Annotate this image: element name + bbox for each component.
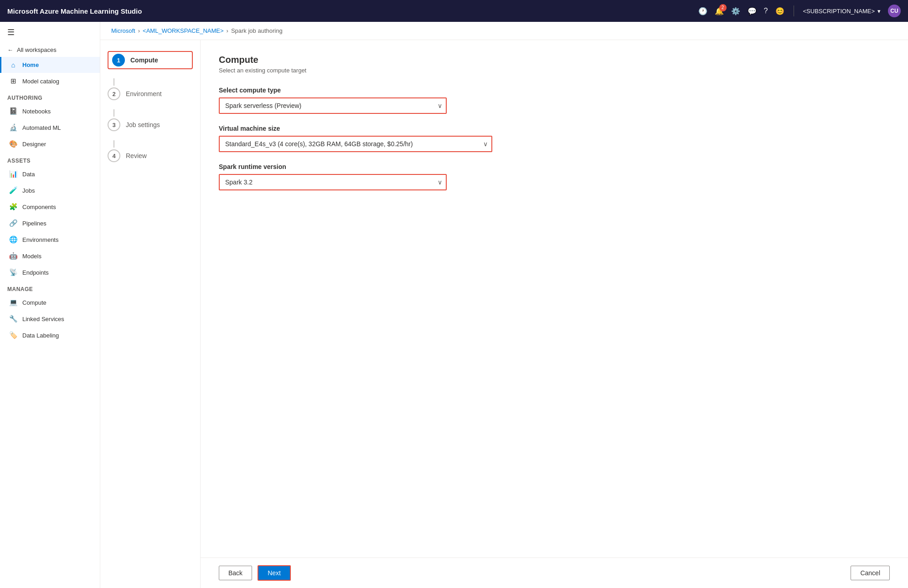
wizard-step-4: 4 Review [108, 149, 193, 162]
compute-type-select[interactable]: Spark serverless (Preview) [219, 97, 447, 114]
breadcrumb-sep-2: › [227, 27, 228, 34]
wizard-sidebar: 1 Compute 2 Environment 3 Job settings [100, 40, 201, 588]
spark-runtime-select[interactable]: Spark 3.2 [219, 174, 447, 190]
spark-runtime-select-wrapper: Spark 3.2 ∨ [219, 174, 447, 190]
hamburger-icon[interactable]: ☰ [0, 22, 100, 43]
history-icon[interactable]: 🕐 [698, 7, 707, 15]
topbar-divider [794, 5, 794, 16]
models-icon: 🤖 [9, 252, 18, 260]
compute-icon: 💻 [9, 298, 18, 307]
back-button[interactable]: Back [219, 566, 252, 580]
wizard-connector-1 [114, 78, 114, 86]
environments-icon: 🌐 [9, 235, 18, 244]
section-manage: Manage [0, 281, 100, 294]
automated-ml-icon: 🔬 [9, 123, 18, 132]
vm-size-select-wrapper: Standard_E4s_v3 (4 core(s), 32GB RAM, 64… [219, 136, 492, 152]
endpoints-icon: 📡 [9, 268, 18, 276]
user-icon[interactable]: 😊 [775, 7, 784, 15]
account-name[interactable]: <SUBSCRIPTION_NAME> ▾ [803, 8, 881, 15]
account-chevron-icon: ▾ [877, 8, 881, 15]
wizard-step-2: 2 Environment [108, 87, 193, 100]
back-arrow-icon: ← [7, 46, 13, 53]
all-workspaces-link[interactable]: ← All workspaces [0, 43, 100, 57]
pipelines-icon: 🔗 [9, 219, 18, 227]
content-area: 1 Compute 2 Environment 3 Job settings [100, 40, 908, 588]
wizard-connector-2 [114, 109, 114, 117]
wizard-step-4-label: Review [126, 152, 147, 159]
breadcrumb-microsoft[interactable]: Microsoft [111, 27, 135, 34]
next-button[interactable]: Next [258, 565, 291, 581]
sidebar-item-pipelines[interactable]: 🔗 Pipelines [0, 215, 100, 231]
vm-size-label: Virtual machine size [219, 125, 890, 132]
section-assets: Assets [0, 152, 100, 166]
sidebar-item-environments[interactable]: 🌐 Environments [0, 231, 100, 248]
vm-size-select[interactable]: Standard_E4s_v3 (4 core(s), 32GB RAM, 64… [219, 136, 492, 152]
wizard-step-4-number: 4 [108, 149, 120, 162]
compute-type-label: Select compute type [219, 87, 890, 94]
wizard-step-1: 1 Compute [108, 51, 193, 69]
app-title: Microsoft Azure Machine Learning Studio [7, 7, 693, 15]
model-catalog-icon: ⊞ [9, 77, 18, 85]
wizard-step-3: 3 Job settings [108, 118, 193, 131]
topbar: Microsoft Azure Machine Learning Studio … [0, 0, 908, 22]
form-subtitle: Select an existing compute target [219, 67, 890, 74]
breadcrumb-workspace[interactable]: <AML_WORKSPACE_NAME> [143, 27, 223, 34]
compute-type-select-wrapper: Spark serverless (Preview) ∨ [219, 97, 447, 114]
wizard-step-3-label: Job settings [126, 121, 160, 128]
main: Microsoft › <AML_WORKSPACE_NAME> › Spark… [100, 22, 908, 588]
help-icon[interactable]: ? [764, 7, 768, 15]
wizard-step-2-label: Environment [126, 90, 162, 97]
form-area: Compute Select an existing compute targe… [201, 40, 908, 588]
wizard-step-2-number: 2 [108, 87, 120, 100]
sidebar-item-model-catalog[interactable]: ⊞ Model catalog [0, 73, 100, 89]
spark-runtime-field: Spark runtime version Spark 3.2 ∨ [219, 163, 890, 190]
topbar-icons: 🕐 🔔 2 ⚙️ 💬 ? 😊 <SUBSCRIPTION_NAME> ▾ CU [698, 5, 901, 17]
wizard-step-3-number: 3 [108, 118, 120, 131]
form-content: Compute Select an existing compute targe… [201, 40, 908, 557]
sidebar-item-jobs[interactable]: 🧪 Jobs [0, 182, 100, 199]
settings-icon[interactable]: ⚙️ [731, 7, 740, 15]
sidebar-item-data[interactable]: 📊 Data [0, 166, 100, 182]
jobs-icon: 🧪 [9, 186, 18, 194]
linked-services-icon: 🔧 [9, 315, 18, 323]
wizard-step-1-label: Compute [130, 56, 158, 64]
sidebar-item-home[interactable]: ⌂ Home [0, 57, 100, 73]
feedback-icon[interactable]: 💬 [748, 7, 757, 15]
notebooks-icon: 📓 [9, 107, 18, 115]
sidebar-item-compute[interactable]: 💻 Compute [0, 294, 100, 311]
breadcrumb-current: Spark job authoring [231, 27, 283, 34]
compute-type-field: Select compute type Spark serverless (Pr… [219, 87, 890, 114]
components-icon: 🧩 [9, 203, 18, 211]
breadcrumb-sep-1: › [138, 27, 140, 34]
avatar[interactable]: CU [888, 5, 901, 17]
data-labeling-icon: 🏷️ [9, 331, 18, 339]
sidebar: ☰ ← All workspaces ⌂ Home ⊞ Model catalo… [0, 22, 100, 588]
sidebar-item-automated-ml[interactable]: 🔬 Automated ML [0, 119, 100, 136]
cancel-button[interactable]: Cancel [851, 566, 890, 580]
notification-badge: 2 [719, 4, 727, 11]
wizard-connector-3 [114, 140, 114, 148]
section-authoring: Authoring [0, 89, 100, 103]
sidebar-item-components[interactable]: 🧩 Components [0, 199, 100, 215]
sidebar-item-notebooks[interactable]: 📓 Notebooks [0, 103, 100, 119]
designer-icon: 🎨 [9, 140, 18, 148]
sidebar-item-endpoints[interactable]: 📡 Endpoints [0, 264, 100, 281]
app-body: ☰ ← All workspaces ⌂ Home ⊞ Model catalo… [0, 22, 908, 588]
breadcrumb: Microsoft › <AML_WORKSPACE_NAME> › Spark… [100, 22, 908, 40]
sidebar-item-models[interactable]: 🤖 Models [0, 248, 100, 264]
form-title: Compute [219, 55, 890, 65]
sidebar-item-data-labeling[interactable]: 🏷️ Data Labeling [0, 327, 100, 343]
notifications-icon[interactable]: 🔔 2 [715, 7, 724, 15]
data-icon: 📊 [9, 170, 18, 178]
sidebar-item-linked-services[interactable]: 🔧 Linked Services [0, 311, 100, 327]
home-icon: ⌂ [9, 61, 18, 69]
wizard-step-1-number: 1 [112, 54, 125, 66]
vm-size-field: Virtual machine size Standard_E4s_v3 (4 … [219, 125, 890, 152]
bottom-bar: Back Next Cancel [201, 557, 908, 588]
sidebar-item-designer[interactable]: 🎨 Designer [0, 136, 100, 152]
spark-runtime-label: Spark runtime version [219, 163, 890, 170]
